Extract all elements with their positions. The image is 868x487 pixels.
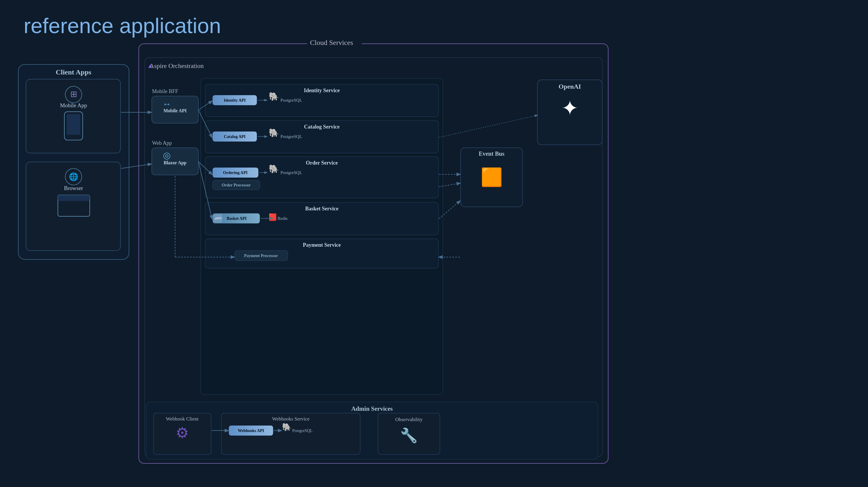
svg-text:PostgreSQL: PostgreSQL <box>280 134 302 139</box>
svg-text:🟧: 🟧 <box>480 167 503 188</box>
svg-text:PostgreSQL: PostgreSQL <box>280 98 302 103</box>
svg-text:Basket API: Basket API <box>227 216 247 221</box>
svg-text:Webhooks Service: Webhooks Service <box>272 416 310 422</box>
svg-line-99 <box>439 183 460 187</box>
connections-svg: Cloud Services Cloud Services Identity S… <box>0 0 868 487</box>
svg-text:Order Service: Order Service <box>306 160 338 166</box>
svg-text:Webhooks API: Webhooks API <box>238 429 264 433</box>
svg-text:Catalog API: Catalog API <box>224 135 246 139</box>
svg-line-88 <box>198 101 212 110</box>
svg-rect-2 <box>307 37 362 46</box>
svg-rect-44 <box>152 96 198 123</box>
svg-rect-62 <box>221 413 360 455</box>
svg-rect-32 <box>213 214 222 223</box>
svg-text:Redis: Redis <box>278 216 287 221</box>
svg-text:Browser: Browser <box>64 185 83 191</box>
svg-point-81 <box>65 168 82 185</box>
svg-rect-8 <box>213 95 257 105</box>
svg-rect-20 <box>205 156 438 198</box>
title-blue: reference application <box>24 14 221 37</box>
svg-text:Order Processor: Order Processor <box>222 183 251 188</box>
svg-text:Payment Processor: Payment Processor <box>244 254 278 258</box>
svg-line-91 <box>198 162 212 219</box>
svg-rect-54 <box>537 80 602 145</box>
svg-text:🐘: 🐘 <box>269 164 279 174</box>
svg-text:Cloud Services: Cloud Services <box>313 35 360 44</box>
svg-text:OpenAI: OpenAI <box>559 83 581 90</box>
svg-line-89 <box>198 110 212 137</box>
svg-rect-13 <box>205 120 438 153</box>
svg-text:Webhook Client: Webhook Client <box>166 416 199 422</box>
svg-text:◎: ◎ <box>163 150 170 160</box>
svg-text:🐘: 🐘 <box>269 128 279 138</box>
svg-point-75 <box>65 86 82 103</box>
svg-text:Event Bus: Event Bus <box>478 150 504 157</box>
svg-text:→: → <box>276 428 280 433</box>
svg-text:Mobile BFF: Mobile BFF <box>152 88 178 94</box>
svg-text:Identity Service: Identity Service <box>304 87 340 93</box>
svg-rect-0 <box>139 44 608 463</box>
svg-text:Web App: Web App <box>152 140 172 146</box>
svg-rect-80 <box>26 162 120 251</box>
svg-text:🔧: 🔧 <box>400 427 418 444</box>
svg-rect-29 <box>205 202 438 235</box>
svg-rect-22 <box>213 168 258 178</box>
svg-text:Basket Service: Basket Service <box>305 206 338 211</box>
svg-rect-51 <box>461 148 523 207</box>
svg-text:↔: ↔ <box>162 99 171 109</box>
svg-rect-85 <box>58 195 90 201</box>
svg-rect-15 <box>213 132 257 142</box>
svg-rect-5 <box>201 78 443 395</box>
svg-rect-74 <box>26 79 120 153</box>
svg-rect-31 <box>213 213 260 223</box>
svg-text:Cloud Services: Cloud Services <box>310 39 353 47</box>
svg-text:→: → <box>261 97 267 103</box>
svg-line-87 <box>121 164 151 168</box>
svg-text:Identity API: Identity API <box>224 98 246 103</box>
svg-rect-64 <box>229 426 273 436</box>
svg-text:Mobile API: Mobile API <box>163 108 187 113</box>
svg-text:▲: ▲ <box>147 62 154 69</box>
page-title: reference application <box>24 14 221 37</box>
svg-text:Observability: Observability <box>395 417 423 422</box>
svg-text:Blazor App: Blazor App <box>163 160 187 166</box>
svg-text:Admin Services: Admin Services <box>351 405 393 412</box>
svg-text:Aspire Orchestration: Aspire Orchestration <box>149 62 204 69</box>
svg-rect-6 <box>205 84 438 117</box>
svg-rect-41 <box>235 251 288 261</box>
svg-rect-72 <box>18 64 129 259</box>
svg-rect-78 <box>64 112 83 140</box>
svg-rect-4 <box>145 58 602 457</box>
svg-text:Client Apps: Client Apps <box>56 68 92 76</box>
svg-text:Mobile App: Mobile App <box>60 102 87 109</box>
svg-text:🐘: 🐘 <box>282 422 292 432</box>
svg-text:🌐: 🌐 <box>69 172 79 181</box>
svg-text:PostgreSQL: PostgreSQL <box>292 429 312 433</box>
svg-text:PostgreSQL: PostgreSQL <box>280 170 302 175</box>
svg-rect-39 <box>205 239 438 268</box>
svg-text:→: → <box>261 169 267 175</box>
svg-text:Catalog Service: Catalog Service <box>304 124 340 130</box>
svg-rect-84 <box>58 195 90 216</box>
svg-text:⊞: ⊞ <box>70 89 77 99</box>
svg-rect-59 <box>154 413 211 455</box>
svg-text:→: → <box>263 215 268 221</box>
svg-text:→: → <box>261 133 267 139</box>
svg-rect-79 <box>67 114 80 135</box>
svg-text:🐘: 🐘 <box>269 92 279 102</box>
svg-line-102 <box>439 115 537 137</box>
svg-line-100 <box>439 201 460 219</box>
svg-text:🟥: 🟥 <box>269 213 277 221</box>
svg-text:Payment Service: Payment Service <box>303 242 341 248</box>
svg-text:gRPC: gRPC <box>215 217 223 220</box>
svg-rect-48 <box>152 148 198 175</box>
svg-rect-69 <box>378 413 440 455</box>
svg-line-90 <box>198 162 212 174</box>
svg-rect-57 <box>146 402 598 460</box>
svg-rect-36 <box>269 214 276 221</box>
svg-text:⚙: ⚙ <box>176 425 189 441</box>
svg-text:✦: ✦ <box>561 97 579 120</box>
svg-rect-27 <box>213 180 260 190</box>
svg-text:Ordering API: Ordering API <box>223 171 248 175</box>
